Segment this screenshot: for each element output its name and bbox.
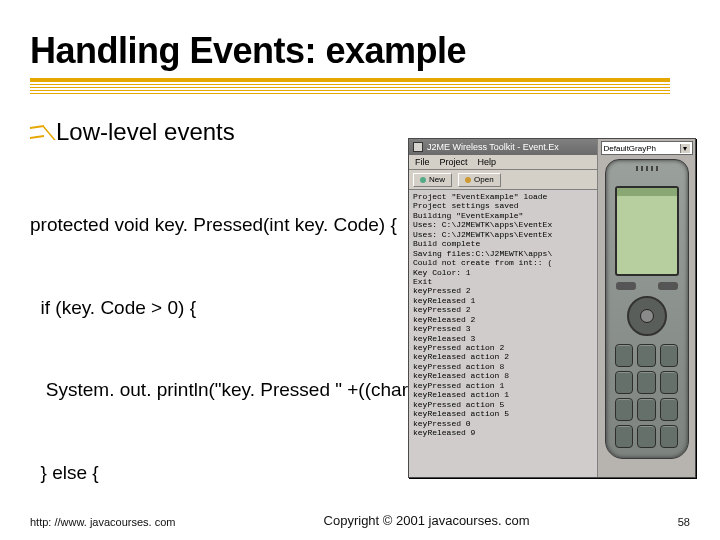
- phone-screen: [615, 186, 679, 276]
- menu-project[interactable]: Project: [440, 157, 468, 167]
- key[interactable]: [637, 425, 656, 448]
- code-line: protected void key. Pressed(int key. Cod…: [30, 211, 400, 239]
- console-output: Project "EventExample" loade Project set…: [409, 190, 597, 477]
- code-line: if (key. Code > 0) {: [30, 294, 400, 322]
- menu-help[interactable]: Help: [478, 157, 497, 167]
- dpad[interactable]: [627, 296, 667, 336]
- key[interactable]: [637, 344, 656, 367]
- key[interactable]: [637, 398, 656, 421]
- key[interactable]: [660, 398, 679, 421]
- keypad: [615, 344, 679, 448]
- softkey-right[interactable]: [658, 282, 678, 290]
- key[interactable]: [637, 371, 656, 394]
- key[interactable]: [615, 425, 634, 448]
- key[interactable]: [615, 371, 634, 394]
- title-underline: [30, 78, 670, 94]
- menu-file[interactable]: File: [415, 157, 430, 167]
- chevron-down-icon: ▾: [680, 144, 690, 153]
- bullet-text: Low-level events: [56, 118, 235, 146]
- code-line: } else {: [30, 459, 400, 487]
- app-icon: [413, 142, 423, 152]
- code-block: protected void key. Pressed(int key. Cod…: [30, 156, 400, 540]
- softkey-left[interactable]: [616, 282, 636, 290]
- emulator-menubar: File Project Help: [409, 155, 597, 170]
- slide-footer: http: //www. javacourses. com Copyright …: [30, 513, 690, 528]
- emulator-device-panel: DefaultGrayPh ▾: [597, 139, 695, 477]
- device-select-value: DefaultGrayPh: [604, 144, 656, 153]
- emulator-window: J2ME Wireless Toolkit - Event.Ex File Pr…: [408, 138, 696, 478]
- z-bullet-icon: [30, 124, 46, 140]
- emulator-toolbar: New Open: [409, 170, 597, 190]
- emulator-titlebar: J2ME Wireless Toolkit - Event.Ex: [409, 139, 597, 155]
- device-select[interactable]: DefaultGrayPh ▾: [601, 141, 693, 155]
- slide-title: Handling Events: example: [30, 30, 690, 72]
- key[interactable]: [660, 371, 679, 394]
- footer-page-number: 58: [678, 516, 690, 528]
- key[interactable]: [660, 344, 679, 367]
- key[interactable]: [615, 344, 634, 367]
- new-button[interactable]: New: [413, 173, 452, 187]
- footer-copyright: Copyright © 2001 javacourses. com: [176, 513, 678, 528]
- key[interactable]: [660, 425, 679, 448]
- code-line: System. out. println("key. Pressed " +((…: [30, 376, 400, 404]
- phone-mockup: [605, 159, 689, 459]
- emulator-title: J2ME Wireless Toolkit - Event.Ex: [427, 142, 559, 152]
- key[interactable]: [615, 398, 634, 421]
- footer-url: http: //www. javacourses. com: [30, 516, 176, 528]
- open-button[interactable]: Open: [458, 173, 501, 187]
